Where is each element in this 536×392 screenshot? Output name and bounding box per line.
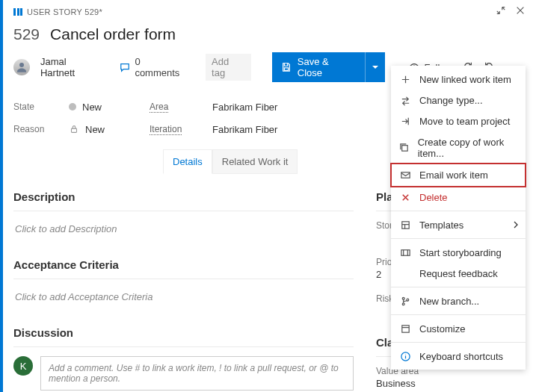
menu-delete[interactable]: Delete [391, 187, 526, 208]
menu-separator [391, 287, 526, 287]
svg-rect-4 [402, 146, 408, 152]
description-heading: Description [13, 190, 354, 203]
menu-request-feedback[interactable]: Request feedback [391, 263, 526, 284]
mail-icon [398, 169, 412, 181]
state-dot-icon [69, 103, 76, 111]
comments-count: 0 comments [135, 56, 188, 78]
state-value[interactable]: New [69, 102, 102, 113]
menu-new-linked-work-item[interactable]: New linked work item [391, 69, 526, 90]
menu-email-work-item[interactable]: Email work item [391, 164, 526, 187]
chevron-right-icon [512, 220, 520, 231]
acceptance-input[interactable]: Click to add Acceptance Criteria [13, 288, 354, 305]
value-area-value[interactable]: Business [376, 378, 526, 389]
discussion-heading: Discussion [13, 326, 354, 339]
menu-customize[interactable]: Customize [391, 318, 526, 339]
collapse-icon[interactable] [496, 5, 506, 19]
svg-point-9 [402, 302, 404, 305]
plus-icon [398, 74, 412, 85]
delete-icon [398, 192, 412, 203]
move-icon [398, 116, 412, 127]
tab-details[interactable]: Details [163, 149, 212, 174]
menu-separator [391, 314, 526, 315]
breadcrumb-text: USER STORY 529* [27, 7, 102, 16]
work-item-id: 529 [13, 25, 40, 43]
divider [13, 346, 354, 347]
acceptance-heading: Acceptance Criteria [13, 258, 354, 271]
iteration-value[interactable]: Fabrikam Fiber [212, 124, 277, 135]
assignee-avatar[interactable] [13, 59, 30, 75]
svg-rect-7 [401, 249, 409, 255]
breadcrumb[interactable]: USER STORY 529* [13, 7, 102, 16]
menu-separator [391, 238, 526, 239]
menu-new-branch[interactable]: New branch... [391, 290, 526, 311]
menu-separator [391, 211, 526, 211]
accent-bar [0, 0, 3, 392]
reason-label: Reason [13, 124, 52, 134]
svg-rect-3 [72, 128, 77, 132]
menu-change-type[interactable]: Change type... [391, 90, 526, 111]
storyboard-icon [398, 247, 412, 258]
tab-related-work[interactable]: Related Work it [212, 149, 298, 174]
comments-link[interactable]: 0 comments [120, 56, 188, 78]
area-value[interactable]: Fabrikam Fiber [212, 102, 277, 113]
description-input[interactable]: Click to add Description [13, 220, 354, 237]
branch-icon [398, 296, 412, 307]
work-item-type-icon [13, 8, 22, 16]
menu-move-to-team-project[interactable]: Move to team project [391, 111, 526, 131]
menu-create-copy[interactable]: Create copy of work item... [391, 131, 526, 164]
divider [13, 211, 354, 211]
add-tag-button[interactable]: Add tag [206, 54, 251, 81]
menu-templates[interactable]: Templates [391, 214, 526, 235]
menu-keyboard-shortcuts[interactable]: Keyboard shortcuts [391, 346, 526, 367]
menu-start-storyboarding[interactable]: Start storyboarding [391, 242, 526, 263]
menu-separator [391, 342, 526, 343]
save-and-close-button[interactable]: Save & Close [272, 52, 366, 82]
work-item-title[interactable]: Cancel order form [50, 25, 176, 43]
current-user-avatar: K [13, 356, 33, 376]
state-label: State [13, 102, 52, 112]
more-actions-menu: New linked work item Change type... Move… [391, 66, 526, 370]
customize-icon [398, 323, 412, 335]
title-row: 529 Cancel order form [13, 25, 526, 43]
iteration-label: Iteration [150, 124, 196, 134]
save-label: Save & Close [298, 56, 357, 78]
save-dropdown-button[interactable] [365, 52, 385, 82]
info-icon [398, 351, 412, 362]
svg-rect-1 [284, 68, 288, 70]
copy-icon [398, 142, 410, 153]
assignee-name[interactable]: Jamal Hartnett [40, 56, 103, 78]
divider [13, 279, 354, 279]
svg-rect-11 [401, 325, 408, 332]
reason-value[interactable]: New [69, 124, 105, 135]
svg-rect-5 [401, 172, 409, 178]
swap-icon [398, 95, 412, 106]
area-label: Area [150, 102, 196, 112]
template-icon [398, 220, 412, 231]
discussion-input[interactable]: Add a comment. Use # to link a work item… [40, 356, 354, 391]
svg-point-0 [19, 63, 24, 67]
close-icon[interactable] [515, 5, 526, 19]
svg-rect-6 [401, 221, 408, 228]
svg-point-8 [402, 297, 404, 299]
